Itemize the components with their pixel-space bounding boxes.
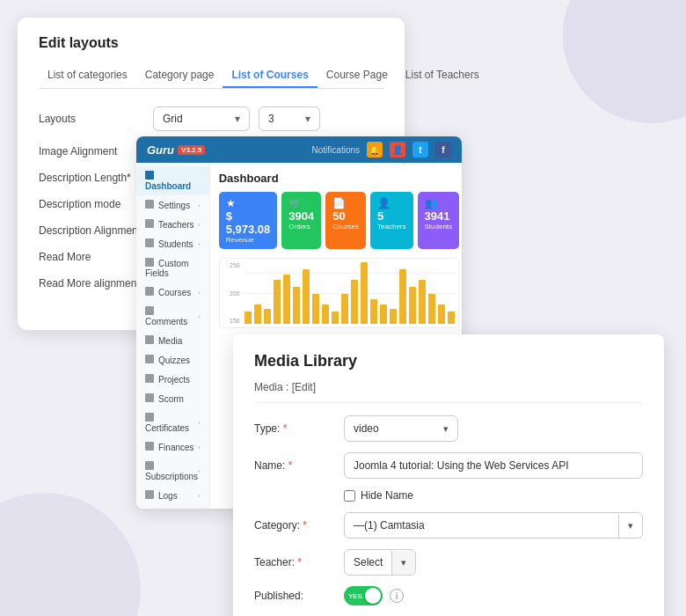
name-label: Name: * [254,459,333,472]
type-row: Type: * video ▾ [254,415,643,442]
twitter-icon[interactable]: t [412,142,428,158]
chart-bar [322,304,329,324]
finances-icon [145,442,154,451]
settings-icon [145,200,154,209]
tab-list-of-courses[interactable]: List of Courses [223,63,317,88]
chart-bar [274,280,281,324]
sidebar-item-media[interactable]: Media [136,331,209,350]
students-label: Students [425,223,453,231]
chart-y-150: 150 [222,318,240,324]
hide-name-label: Hide Name [361,489,413,502]
layout-num-select[interactable]: 3 ▾ [259,106,320,131]
chevron-down-icon: ▾ [305,113,310,125]
stat-orders: 🛒 3904 Orders [281,192,321,249]
logs-icon [145,490,154,499]
media-library-title: Media Library [254,352,643,370]
layouts-label: Layouts [39,113,153,125]
sidebar-item-comments[interactable]: Comments › [136,302,209,331]
sidebar-item-certificates[interactable]: Certificates › [136,408,209,437]
dashboard-icon [145,171,154,180]
group-icon: 👥 [425,197,453,209]
sidebar-item-dashboard[interactable]: Dashboard [136,166,209,195]
chart-bars [244,259,455,327]
tab-category-page[interactable]: Category page [136,63,223,88]
chart-bar [283,275,290,324]
layouts-row: Layouts Grid ▾ 3 ▾ [39,106,383,131]
sidebar-item-settings[interactable]: Settings › [136,195,209,215]
chart-bar [341,294,348,324]
teacher-select[interactable]: Select ▾ [344,549,416,576]
tab-list-of-teachers[interactable]: List of Teachers [397,63,488,88]
published-toggle[interactable]: YES [344,586,383,605]
type-required: * [283,422,288,435]
tabs-row: List of categories Category page List of… [39,63,383,89]
stat-revenue: ★ $ 5,973.08 Revenue [219,192,278,249]
person-icon: 👤 [377,197,405,209]
cart-icon: 🛒 [288,197,314,209]
revenue-label: Revenue [226,236,271,244]
bell-icon[interactable]: 🔔 [367,142,383,158]
chart-bar [361,262,368,324]
sidebar-item-courses[interactable]: Courses › [136,282,209,302]
media-subtitle: Media : [Edit] [254,381,643,403]
toggle-knob [365,588,381,604]
chart-bar [438,304,445,324]
chevron-right-icon: › [198,444,201,451]
chevron-right-icon: › [198,240,201,248]
dashboard-topbar: Guru V3.2.5 Notifications 🔔 👤 t f [136,136,462,163]
chart-bar [293,287,300,324]
type-select[interactable]: video ▾ [344,415,458,442]
stat-students: 👥 3941 Students [418,192,460,249]
layout-grid-select[interactable]: Grid ▾ [153,106,250,131]
info-icon[interactable]: i [390,589,404,603]
sidebar-item-finances[interactable]: Finances › [136,437,209,457]
tab-list-of-categories[interactable]: List of categories [39,63,136,88]
category-row: Category: * —(1) Camtasia ▾ [254,512,643,539]
certificates-icon [145,413,154,422]
students-icon [145,238,154,247]
edit-layouts-title: Edit layouts [39,35,383,51]
sidebar-item-custom-fields[interactable]: Custom Fields [136,253,209,282]
chevron-right-icon: › [198,312,201,320]
dashboard-main-title: Dashboard [219,172,459,185]
chart-bar [351,280,358,324]
chevron-right-icon: › [198,492,201,500]
chart-y-250: 250 [222,262,240,268]
sidebar-item-scorm[interactable]: Scorm [136,389,209,408]
facebook-icon[interactable]: f [435,142,451,158]
chart-area: 250 200 150 [219,258,459,328]
chart-bar [254,304,261,324]
sidebar-item-quizzes[interactable]: Quizzes [136,350,209,370]
chart-bar [380,304,387,324]
hide-name-checkbox[interactable] [344,490,355,502]
sidebar-item-teachers[interactable]: Teachers › [136,215,209,234]
chart-bar [390,309,397,324]
sidebar-item-students[interactable]: Students › [136,234,209,253]
chevron-down-icon: ▾ [443,423,449,435]
sidebar-item-subscriptions[interactable]: Subscriptions › [136,457,209,486]
toggle-yes-label: YES [348,592,362,600]
chart-bar [303,269,310,324]
chevron-down-icon: ▾ [618,514,642,538]
chevron-right-icon: › [198,467,201,475]
sidebar-item-projects[interactable]: Projects [136,370,209,389]
chart-bar [428,294,435,324]
layout-selects: Grid ▾ 3 ▾ [153,106,320,131]
name-row: Name: * Joomla 4 tutorial: Using the Web… [254,452,643,479]
category-select[interactable]: —(1) Camtasia ▾ [344,512,643,539]
projects-icon [145,374,154,383]
chart-bar [399,269,406,324]
chevron-right-icon: › [198,289,201,297]
comments-icon [145,306,154,315]
stat-teachers: 👤 5 Teachers [370,192,412,249]
user-icon[interactable]: 👤 [390,142,405,158]
hide-name-row: Hide Name [344,489,643,502]
media-library-panel: Media Library Media : [Edit] Type: * vid… [233,334,664,616]
tab-course-page[interactable]: Course Page [317,63,397,88]
chart-bar [419,280,426,324]
chart-bar [244,312,252,324]
notifications-label: Notifications [312,145,360,155]
name-input[interactable]: Joomla 4 tutorial: Using the Web Service… [344,452,643,479]
file-icon: 📄 [332,197,359,209]
sidebar-item-logs[interactable]: Logs › [136,486,209,505]
